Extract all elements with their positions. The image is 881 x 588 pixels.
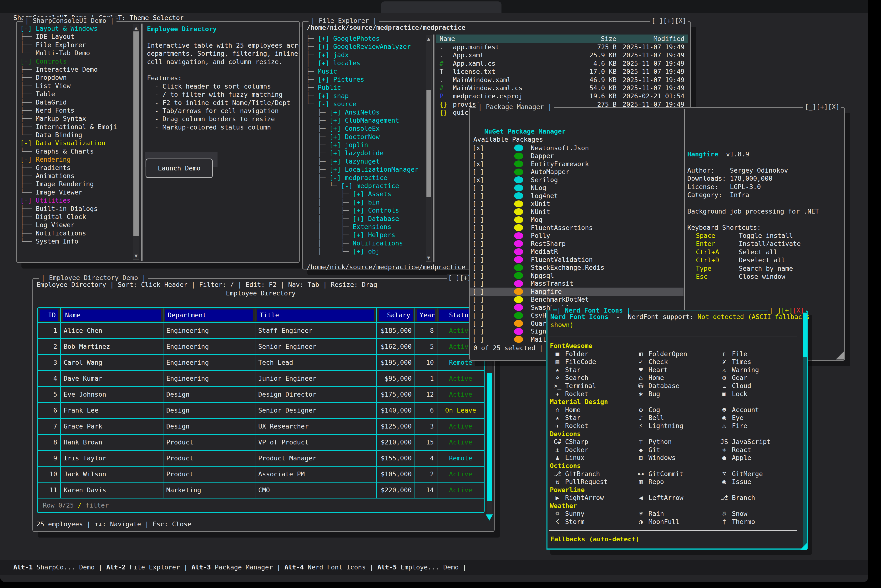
package-checkbox[interactable]: [x] bbox=[472, 176, 484, 184]
cell-department[interactable]: Engineering bbox=[163, 323, 255, 338]
directory-tree-item[interactable]: ├─ [+] snap bbox=[306, 92, 425, 100]
package-name[interactable]: Npgsql bbox=[531, 272, 554, 280]
tree-item[interactable]: ├── IDE Layout bbox=[20, 33, 132, 41]
filter-hint[interactable]: filter bbox=[86, 501, 109, 510]
cell-salary[interactable]: $162,000 bbox=[376, 339, 415, 354]
package-row[interactable]: [ ] StackExchange.Redis bbox=[470, 264, 684, 272]
package-checkbox[interactable]: [ ] bbox=[472, 224, 484, 232]
tree-item[interactable]: ├── Nerd Fonts bbox=[20, 106, 132, 114]
directory-tree-item[interactable]: │ └─ [+] obj bbox=[306, 248, 425, 255]
directory-tree-item[interactable]: ├─ [-] medpractice bbox=[306, 174, 425, 182]
cell-salary[interactable]: $210,000 bbox=[376, 435, 415, 450]
table-row[interactable]: 4 Dave Kumar Engineering Junior Engineer… bbox=[38, 370, 484, 386]
package-row[interactable]: [ ] Polly bbox=[470, 232, 684, 240]
cell-title[interactable]: Associate PM bbox=[255, 466, 376, 482]
cell-name[interactable]: Carol Wang bbox=[60, 355, 163, 370]
cell-years[interactable]: 10 bbox=[415, 355, 437, 370]
cell-department[interactable]: Product bbox=[163, 451, 255, 466]
directory-tree-item[interactable]: ├─ [+] AnsiNetOs bbox=[306, 108, 425, 116]
cell-name[interactable]: Karen Davis bbox=[60, 483, 163, 498]
cell-id[interactable]: 3 bbox=[38, 355, 60, 370]
tree-item[interactable]: └── Graphs & Charts bbox=[20, 147, 132, 156]
package-checkbox[interactable]: [ ] bbox=[472, 232, 484, 240]
cell-name[interactable]: Eve Johnson bbox=[60, 387, 163, 402]
package-name[interactable]: log4net bbox=[531, 192, 558, 200]
tree-item[interactable]: └── Data Binding bbox=[20, 131, 132, 139]
cell-name[interactable]: Frank Lee bbox=[60, 403, 163, 418]
table-row[interactable]: 2 Bob Martinez Engineering Senior Engine… bbox=[38, 338, 484, 354]
cell-salary[interactable]: $155,000 bbox=[376, 451, 415, 466]
directory-tree-item[interactable]: └─ [-] source bbox=[306, 100, 425, 108]
tree-item[interactable]: ├── Log Viewer bbox=[20, 221, 132, 229]
cell-department[interactable]: Design bbox=[163, 403, 255, 418]
cell-salary[interactable]: $220,000 bbox=[376, 483, 415, 498]
tree-item[interactable]: ├── Digital Clock bbox=[20, 213, 132, 221]
taskbar-item[interactable]: Alt-4 Nerd Font Icons | bbox=[284, 563, 377, 572]
cell-title[interactable]: Staff Engineer bbox=[255, 323, 376, 338]
table-row[interactable]: 9 Iris Taylor Product Product Manager $1… bbox=[38, 450, 484, 466]
cell-id[interactable]: 9 bbox=[38, 451, 60, 466]
taskbar-item[interactable]: Alt-2 File Explorer | bbox=[106, 563, 191, 572]
package-checkbox[interactable]: [ ] bbox=[472, 288, 484, 296]
package-checkbox[interactable]: [ ] bbox=[472, 192, 484, 200]
cell-id[interactable]: 1 bbox=[38, 323, 60, 338]
cell-title[interactable]: UX Researcher bbox=[255, 419, 376, 434]
cell-id[interactable]: 5 bbox=[38, 387, 60, 402]
cell-salary[interactable]: $185,000 bbox=[376, 323, 415, 338]
package-row[interactable]: [x] EntityFramework bbox=[470, 160, 684, 168]
file-row[interactable]: . App.xaml 25.9 KB 2025-11-07 19:49 bbox=[436, 51, 688, 59]
cell-status[interactable]: Remote bbox=[437, 451, 484, 466]
package-name[interactable]: MassTransit bbox=[531, 279, 573, 288]
demo-tree-scrollbar[interactable]: ▲ ▼ bbox=[133, 24, 139, 260]
package-name[interactable]: Moq bbox=[531, 216, 543, 224]
tree-item[interactable]: ├── DataGrid bbox=[20, 98, 132, 106]
cell-status[interactable]: Active bbox=[437, 483, 484, 498]
cell-title[interactable]: Tech Lead bbox=[255, 355, 376, 370]
tree-item[interactable]: └── System Info bbox=[20, 237, 132, 245]
header-cell-title[interactable]: Title bbox=[255, 308, 376, 322]
directory-tree-item[interactable]: │ └─ [-] medpractice bbox=[306, 182, 425, 190]
package-checkbox[interactable]: [ ] bbox=[472, 152, 484, 160]
directory-tree-item[interactable]: ├─ [+] jadx bbox=[306, 51, 425, 59]
package-row[interactable]: [ ] AutoMapper bbox=[470, 168, 684, 176]
package-name[interactable]: FluentAssertions bbox=[531, 224, 593, 232]
tree-item[interactable]: [-] Controls bbox=[20, 57, 132, 66]
tree-item[interactable]: ├── Notifications bbox=[20, 229, 132, 237]
directory-tree-item[interactable]: ├─ [+] DoctorNow bbox=[306, 133, 425, 141]
package-checkbox[interactable]: [x] bbox=[472, 144, 484, 152]
package-name[interactable]: NLog bbox=[531, 184, 546, 192]
directory-tree-item[interactable]: │ ├─ [+] bin bbox=[306, 198, 425, 206]
package-name[interactable]: Serilog bbox=[531, 176, 558, 184]
package-name[interactable]: BenchmarkDotNet bbox=[531, 296, 589, 303]
cell-department[interactable]: Design bbox=[163, 387, 255, 402]
pane-divider[interactable] bbox=[433, 34, 435, 262]
cell-status[interactable]: Active bbox=[437, 371, 484, 386]
cell-name[interactable]: Bob Martinez bbox=[60, 339, 163, 354]
cell-department[interactable]: Engineering bbox=[163, 339, 255, 354]
cell-years[interactable]: 3 bbox=[415, 419, 437, 434]
cell-name[interactable]: Hank Brown bbox=[60, 435, 163, 450]
cell-years[interactable]: 12 bbox=[415, 387, 437, 402]
table-row[interactable]: 8 Hank Brown Product VP of Product $210,… bbox=[38, 434, 484, 450]
package-row[interactable]: [x] Newtonsoft.Json bbox=[470, 144, 684, 152]
package-name[interactable]: Newtonsoft.Json bbox=[531, 144, 589, 152]
file-row[interactable]: . MainWindow.xaml 46.9 KB 2025-11-07 19:… bbox=[436, 76, 688, 84]
package-row[interactable]: [ ] NLog bbox=[470, 184, 684, 192]
window-controls[interactable]: [_][+][X] bbox=[650, 16, 688, 25]
cell-id[interactable]: 6 bbox=[38, 403, 60, 418]
package-checkbox[interactable]: [ ] bbox=[472, 264, 484, 272]
package-name[interactable]: StackExchange.Redis bbox=[531, 264, 604, 272]
tree-item[interactable]: ├── Built-in Dialogs bbox=[20, 205, 132, 213]
directory-tree-item[interactable]: │ ├─ [+] Assets bbox=[306, 190, 425, 198]
package-checkbox[interactable]: [ ] bbox=[472, 256, 484, 264]
package-row[interactable]: [ ] FluentAssertions bbox=[470, 224, 684, 232]
file-row[interactable]: T license.txt 17.0 KB 2025-11-07 19:49 bbox=[436, 68, 688, 76]
package-row[interactable]: [ ] NUnit bbox=[470, 208, 684, 216]
taskbar-item[interactable]: Alt-5 Employe... Demo | bbox=[377, 563, 470, 572]
directory-tree-item[interactable]: ├─ [+] GoogleReviewAnalyzer bbox=[306, 43, 425, 51]
cell-salary[interactable]: $125,000 bbox=[376, 419, 415, 434]
cell-salary[interactable]: $95,000 bbox=[376, 371, 415, 386]
directory-tree-item[interactable]: ├─ Public bbox=[306, 84, 425, 92]
cell-name[interactable]: Dave Kumar bbox=[60, 371, 163, 386]
package-checkbox[interactable]: [ ] bbox=[472, 303, 484, 312]
